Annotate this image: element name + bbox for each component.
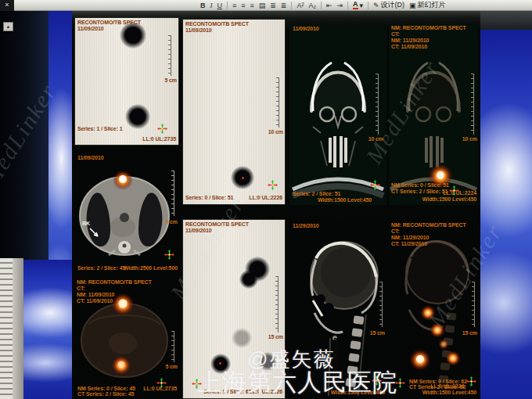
series-label: Series: 0 / Slice: 51 — [185, 195, 233, 201]
italic-button[interactable]: I — [210, 1, 213, 10]
window-ul-label: LL:0 UL:2224 — [443, 190, 476, 196]
panel-fused-sagittal[interactable]: NM: RECONTOMO/TB SPECT CT: NM: 11/29/201… — [389, 221, 478, 399]
ct-date: CT: 11/29/2010 — [391, 241, 427, 247]
scale-bar — [171, 331, 174, 362]
window-level-label: LL:0 UL:2735 — [143, 386, 177, 392]
study-date: 11/29/2010 — [293, 223, 319, 229]
panel-spect-sagittal-51[interactable]: RECONTOMO/TB SPECT 11/09/2010 10 cm Seri… — [182, 19, 286, 205]
series-label: Series: 1 / Slice: 1 — [77, 126, 123, 132]
nm-title: NM: RECONTOMO/TB SPECT — [391, 25, 466, 31]
window-chrome-band — [480, 11, 532, 30]
scale-bar — [379, 282, 383, 327]
nm-series-label: NM Series: 0 / Slice: 51 — [391, 182, 449, 189]
toolbar-separator — [321, 2, 322, 9]
annotation-label: BK — [82, 221, 90, 227]
scale-bar — [376, 74, 379, 135]
window-level-label: Width:1500 Level:450 — [318, 197, 372, 203]
study-date: 11/09/2010 — [77, 155, 104, 161]
ct-axial-image — [74, 149, 179, 274]
nm-title: NM: RECONTOMO/TB SPECT — [391, 222, 466, 228]
study-date: 11/09/2010 — [185, 228, 212, 234]
nm-title: NM: RECONTOMO/TB SPECT — [77, 279, 152, 286]
desktop-wallpaper-right — [480, 30, 532, 399]
uptake-blob — [239, 270, 258, 289]
align-left-icon[interactable]: ≡ — [232, 1, 236, 10]
decrease-indent-icon[interactable]: ⇤ — [326, 1, 332, 10]
font-color-icon: A — [353, 1, 358, 9]
hospital-watermark: 上海第六人民医院 — [197, 366, 397, 399]
window-blinds — [0, 258, 13, 399]
new-slide-button[interactable]: ▣新幻灯片 — [409, 0, 446, 10]
nm-date: NM: 11/29/2010 — [391, 235, 429, 241]
scale-bar — [275, 276, 279, 332]
superscript-button[interactable]: A² — [297, 1, 304, 10]
subscript-button[interactable]: A₂ — [308, 1, 316, 10]
font-color-button[interactable]: A▾ — [353, 1, 363, 9]
orientation-cross-icon — [268, 180, 278, 190]
panel-spect-coronal[interactable]: RECONTOMO/TB SPECT 11/09/2010 5 cm Serie… — [74, 17, 179, 146]
design-button[interactable]: ✎设计(D) — [373, 0, 404, 10]
align-center-icon[interactable]: ≡ — [241, 1, 245, 10]
panel-fused-axial[interactable]: NM: RECONTOMO/TB SPECT CT: NM: 11/09/201… — [74, 278, 179, 399]
chevron-down-icon: ▾ — [360, 2, 364, 9]
scale-label: 15 cm — [462, 330, 477, 336]
scale-label: 10 cm — [462, 136, 477, 142]
scale-label: 5 cm — [165, 364, 178, 370]
scale-bar — [472, 282, 475, 327]
scale-label: 10 cm — [368, 136, 383, 142]
scale-label: 15 cm — [370, 330, 385, 336]
study-date: 11/09/2010 — [293, 26, 319, 32]
panel-fused-coronal[interactable]: NM: RECONTOMO/TB SPECT CT: NM: 11/29/201… — [389, 23, 478, 205]
fusion-dot — [219, 362, 221, 365]
panel-ct-coronal[interactable]: 11/09/2010 10 cm Series: 2 / Slice: 51 W… — [289, 23, 386, 205]
study-date: 11/09/2010 — [185, 27, 212, 34]
toolbar-separator — [291, 2, 292, 9]
orientation-cross-icon — [466, 376, 476, 386]
scale-bar — [168, 35, 171, 76]
ct-series-label: CT Series: 2 / Slice: 45 — [77, 391, 134, 397]
fused-sagittal-image — [389, 221, 478, 399]
ct-date: CT: 11/09/2010 — [77, 298, 113, 304]
study-date: 11/09/2010 — [77, 26, 104, 32]
formatting-toolbar: B I U ≡ ≡ ≡ ▤ ≣ ≣ A² A₂ ⇤ ⇥ A▾ ✎设计(D) ▣新… — [14, 0, 532, 11]
window-level-label: Width:1500 Level:450 — [422, 390, 476, 396]
scale-label: 5 cm — [164, 77, 177, 84]
orientation-cross-icon — [164, 250, 174, 260]
series-label: Series: 2 / Slice: 51 — [293, 191, 340, 197]
bulleted-list-icon[interactable]: ≣ — [281, 1, 287, 10]
toolbar-separator — [368, 2, 368, 9]
photo-of-monitor: × B I U ≡ ≡ ≡ ▤ ≣ ≣ A² A₂ ⇤ ⇥ A▾ ✎设计(D) … — [0, 0, 532, 399]
window-level-label: LL:0 UL:2226 — [249, 195, 282, 201]
panel-ct-axial[interactable]: 11/09/2010 BK 5 cm Series: 2 / Slice: 45… — [74, 149, 179, 274]
align-right-icon[interactable]: ≡ — [250, 1, 254, 10]
panel-title: RECONTOMO/TB SPECT — [185, 221, 249, 228]
numbered-list-icon[interactable]: ≣ — [270, 1, 276, 10]
underline-button[interactable]: U — [217, 1, 223, 10]
ct-coronal-image — [289, 23, 386, 205]
ct-title: CT: — [391, 228, 400, 235]
series-label: Series: 2 / Slice: 45 — [77, 265, 125, 271]
ct-title: CT: — [77, 286, 85, 292]
desktop-wallpaper-left-lower — [23, 260, 72, 399]
ct-series-label: CT Series: 2 / Slice: 51 — [391, 189, 448, 195]
increase-indent-icon[interactable]: ⇥ — [336, 1, 343, 10]
slide-icon: ▣ — [409, 2, 416, 9]
toolbar-separator — [227, 2, 228, 9]
nm-date: NM: 11/29/2010 — [391, 38, 429, 44]
ct-title: CT: — [391, 31, 400, 38]
scale-label: 5 cm — [165, 219, 178, 225]
window-ul-label: LL:0 UL:2224 — [430, 383, 464, 390]
scale-bar — [276, 77, 279, 128]
fused-coronal-image — [389, 23, 478, 205]
nm-date: NM: 11/09/2010 — [77, 292, 114, 298]
panel-title: RECONTOMO/TB SPECT — [77, 20, 141, 26]
panel-title: RECONTOMO/TB SPECT — [185, 21, 249, 27]
scroll-up-icon[interactable]: ▲ — [3, 22, 13, 31]
fusion-dot — [242, 177, 244, 179]
close-icon[interactable]: × — [0, 0, 14, 11]
bold-button[interactable]: B — [200, 1, 206, 10]
pencil-icon: ✎ — [373, 2, 379, 9]
ct-date: CT: 11/09/2010 — [391, 44, 427, 50]
toolbar-separator — [347, 2, 348, 9]
columns-icon[interactable]: ▤ — [259, 1, 266, 10]
